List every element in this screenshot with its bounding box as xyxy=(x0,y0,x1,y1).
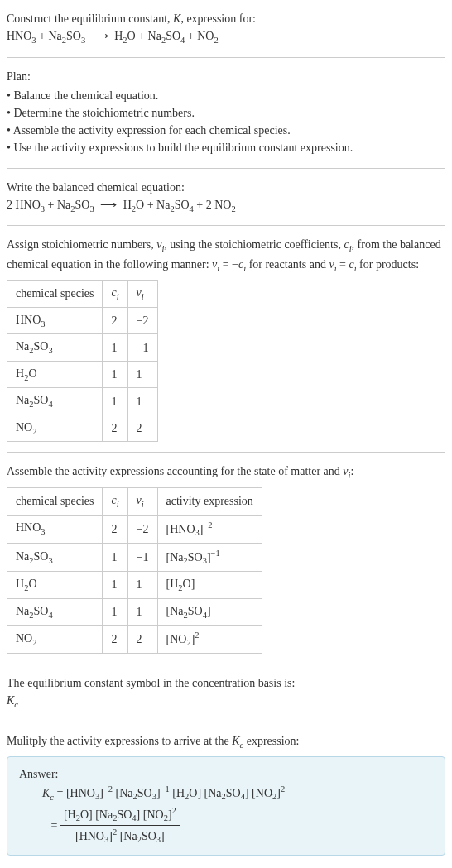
fraction: [H2O] [Na2SO4] [NO2]2 [HNO3]2 [Na2SO3] xyxy=(60,804,180,846)
table-header-row: chemical species ci νi activity expressi… xyxy=(7,488,262,516)
cell: 2 xyxy=(127,415,157,442)
balanced-section: Write the balanced chemical equation: 2 … xyxy=(7,175,445,227)
cell: NO2 xyxy=(7,415,103,442)
numerator: [H2O] [Na2SO4] [NO2]2 xyxy=(60,804,180,826)
plan-item: Use the activity expressions to build th… xyxy=(7,139,445,156)
table-header-row: chemical species ci νi xyxy=(7,281,158,308)
cell: 2 xyxy=(103,626,127,654)
cell: Na2SO4 xyxy=(7,598,103,626)
cell: [NO2]2 xyxy=(157,626,262,654)
activity-heading: Assemble the activity expressions accoun… xyxy=(7,463,445,482)
col-ci: ci xyxy=(103,488,127,516)
cell: H2O xyxy=(7,361,103,388)
cell: H2O xyxy=(7,571,103,598)
cell: −1 xyxy=(127,543,157,571)
multiply-section: Mulitply the activity expressions to arr… xyxy=(7,729,445,866)
activity-table: chemical species ci νi activity expressi… xyxy=(7,487,262,654)
cell: 1 xyxy=(103,598,127,626)
table-row: HNO32−2 xyxy=(7,307,158,334)
cell: 2 xyxy=(103,515,127,543)
activity-section: Assemble the activity expressions accoun… xyxy=(7,459,445,664)
col-vi: νi xyxy=(127,488,157,516)
plan-item: Determine the stoichiometric numbers. xyxy=(7,104,445,122)
cell: Na2SO3 xyxy=(7,334,103,362)
stoich-heading: Assign stoichiometric numbers, νi, using… xyxy=(7,236,445,275)
cell: 1 xyxy=(127,571,157,598)
cell: 1 xyxy=(103,571,127,598)
cell: 1 xyxy=(103,361,127,388)
cell: Na2SO3 xyxy=(7,543,103,571)
cell: −1 xyxy=(127,334,157,362)
table-row: NO222 xyxy=(7,415,158,442)
plan-heading: Plan: xyxy=(7,68,445,85)
cell: −2 xyxy=(127,307,157,334)
cell: 1 xyxy=(103,334,127,362)
answer-expression: Kc = [HNO3]−2 [Na2SO3]−1 [H2O] [Na2SO4] … xyxy=(42,783,433,846)
plan-list: Balance the chemical equation. Determine… xyxy=(7,87,445,156)
cell: 1 xyxy=(127,388,157,415)
intro-equation: HNO3 + Na2SO3 ⟶ H2O + Na2SO4 + NO2 xyxy=(7,27,445,47)
stoich-table: chemical species ci νi HNO32−2 Na2SO31−1… xyxy=(7,280,158,442)
cell: [H2O] xyxy=(157,571,262,598)
balanced-equation: 2 HNO3 + Na2SO3 ⟶ H2O + Na2SO4 + 2 NO2 xyxy=(7,196,445,216)
cell: 1 xyxy=(127,361,157,388)
table-row: H2O11 xyxy=(7,361,158,388)
symbol-kc: Kc xyxy=(7,692,445,712)
intro-section: Construct the equilibrium constant, K, e… xyxy=(7,7,445,58)
multiply-heading: Mulitply the activity expressions to arr… xyxy=(7,732,445,752)
cell: [HNO3]−2 xyxy=(157,515,262,543)
table-row: Na2SO31−1[Na2SO3]−1 xyxy=(7,543,262,571)
intro-text: Construct the equilibrium constant, K, e… xyxy=(7,10,445,27)
cell: HNO3 xyxy=(7,515,103,543)
col-activity: activity expression xyxy=(157,488,262,516)
balanced-heading: Write the balanced chemical equation: xyxy=(7,179,445,196)
cell: Na2SO4 xyxy=(7,388,103,415)
denominator: [HNO3]2 [Na2SO3] xyxy=(60,826,180,846)
cell: 1 xyxy=(103,543,127,571)
symbol-section: The equilibrium constant symbol in the c… xyxy=(7,671,445,722)
cell: 2 xyxy=(127,626,157,654)
table-row: Na2SO31−1 xyxy=(7,334,158,362)
table-row: Na2SO411 xyxy=(7,388,158,415)
col-species: chemical species xyxy=(7,488,103,516)
cell: 2 xyxy=(103,415,127,442)
table-row: NO222[NO2]2 xyxy=(7,626,262,654)
plan-item: Balance the chemical equation. xyxy=(7,87,445,104)
col-species: chemical species xyxy=(7,281,103,308)
cell: NO2 xyxy=(7,626,103,654)
table-row: H2O11[H2O] xyxy=(7,571,262,598)
table-row: HNO32−2[HNO3]−2 xyxy=(7,515,262,543)
cell: 1 xyxy=(127,598,157,626)
answer-box: Answer: Kc = [HNO3]−2 [Na2SO3]−1 [H2O] [… xyxy=(7,756,445,856)
cell: −2 xyxy=(127,515,157,543)
col-ci: ci xyxy=(103,281,127,308)
cell: HNO3 xyxy=(7,307,103,334)
stoich-section: Assign stoichiometric numbers, νi, using… xyxy=(7,233,445,453)
plan-item: Assemble the activity expression for eac… xyxy=(7,122,445,139)
symbol-text: The equilibrium constant symbol in the c… xyxy=(7,674,445,692)
cell: 2 xyxy=(103,307,127,334)
cell: [Na2SO3]−1 xyxy=(157,543,262,571)
col-vi: νi xyxy=(127,281,157,308)
cell: 1 xyxy=(103,388,127,415)
table-row: Na2SO411[Na2SO4] xyxy=(7,598,262,626)
cell: [Na2SO4] xyxy=(157,598,262,626)
answer-label: Answer: xyxy=(19,765,433,783)
plan-section: Plan: Balance the chemical equation. Det… xyxy=(7,65,445,169)
